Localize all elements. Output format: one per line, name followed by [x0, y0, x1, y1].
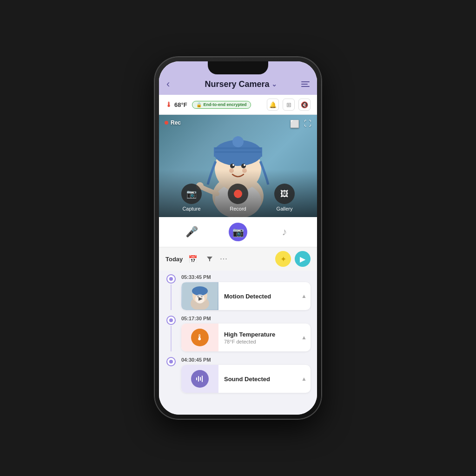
camera-mode-button[interactable]: 📷 [229, 223, 247, 241]
rectangle-view-button[interactable]: ⬜ [290, 119, 299, 128]
thumb-bg [181, 282, 218, 310]
svg-rect-27 [202, 376, 203, 382]
svg-rect-6 [215, 151, 261, 153]
lock-icon: 🔒 [196, 102, 202, 107]
status-bar: 🌡 68°F 🔒 End-to-end encrypted 🔔 ⊞ 🔇 [159, 95, 317, 115]
motion-time: 05:33:45 PM [181, 274, 311, 280]
timeline-content-motion: 05:33:45 PM [181, 274, 311, 310]
sound-wave-icon [195, 374, 205, 383]
temp-expand-button[interactable]: ▲ [298, 334, 311, 341]
record-action[interactable]: Record [228, 184, 248, 212]
grid-icon-button[interactable]: ⊞ [283, 99, 295, 111]
motion-event-info: Motion Detected [218, 289, 298, 304]
today-label: Today [165, 256, 183, 263]
motion-expand-button[interactable]: ▲ [298, 293, 311, 299]
camera-view: Rec ⬜ ⛶ 📷 Capture [159, 115, 317, 217]
gallery-action[interactable]: 🖼 Gallery [274, 184, 295, 212]
calendar-filter-button[interactable]: 📅 [186, 252, 199, 265]
sound-icon-box [181, 365, 218, 393]
sound-event-card[interactable]: Sound Detected ▲ [181, 365, 311, 393]
temp-event-card[interactable]: 🌡 High Temperature 78°F detected ▲ [181, 324, 311, 351]
timeline-item-temp: 05:17:30 PM 🌡 High Temperature 78°F dete… [165, 316, 311, 351]
status-icons: 🔔 ⊞ 🔇 [267, 99, 311, 111]
capture-button[interactable]: 📷 [181, 184, 202, 204]
settings-line-2 [301, 84, 308, 85]
encryption-badge: 🔒 End-to-end encrypted [192, 101, 251, 109]
filter-toggles: ✦ ▶ [275, 251, 311, 267]
gallery-label: Gallery [277, 206, 293, 212]
camera-top-controls: ⬜ ⛶ [290, 119, 311, 128]
svg-marker-15 [207, 257, 212, 261]
music-button[interactable]: ♪ [275, 223, 294, 241]
temp-icon-box: 🌡 [181, 324, 218, 351]
phone-screen: ‹ Nursery Camera ⌄ 🌡 68°F 🔒 [159, 61, 317, 415]
sound-time: 04:30:45 PM [181, 357, 311, 363]
svg-point-7 [232, 136, 244, 147]
timeline-left-motion [165, 274, 177, 310]
dot-inner-motion [169, 277, 173, 281]
timeline-dot-sound [166, 357, 176, 366]
timeline-line-motion [171, 284, 172, 310]
camera-title: Nursery Camera [205, 79, 269, 89]
camera-mode-icon: 📷 [232, 226, 244, 238]
encrypt-label: End-to-end encrypted [204, 102, 247, 107]
motion-thumbnail [181, 282, 218, 310]
timeline-left-sound [165, 357, 177, 393]
dot-inner-temp [169, 318, 173, 322]
volume-icon-button[interactable]: 🔇 [298, 99, 311, 111]
settings-button[interactable] [301, 81, 310, 87]
record-button[interactable] [228, 184, 248, 204]
capture-label: Capture [182, 206, 200, 212]
main-toolbar: 🎤 📷 ♪ [159, 217, 317, 247]
fullscreen-button[interactable]: ⛶ [304, 119, 311, 128]
music-icon: ♪ [282, 226, 287, 238]
record-label: Record [230, 206, 246, 212]
motion-filter-toggle[interactable]: ▶ [295, 251, 311, 267]
timeline-dot-motion [166, 274, 176, 284]
microphone-button[interactable]: 🎤 [182, 223, 201, 241]
microphone-icon: 🎤 [185, 226, 198, 238]
temp-circle: 🌡 [191, 329, 209, 346]
camera-actions-overlay: 📷 Capture Record 🖼 Galle [159, 170, 317, 217]
sound-event-info: Sound Detected [218, 372, 298, 386]
capture-action[interactable]: 📷 Capture [181, 184, 202, 212]
filter-button[interactable] [203, 252, 216, 265]
bell-icon-button[interactable]: 🔔 [267, 99, 279, 111]
timeline-item-motion: 05:33:45 PM [165, 274, 311, 310]
temperature-value: 68°F [174, 101, 187, 108]
back-button[interactable]: ‹ [166, 78, 180, 90]
temp-title: High Temperature [224, 331, 292, 338]
more-options-button[interactable]: ··· [220, 255, 227, 263]
camera-capture-icon: 📷 [186, 189, 197, 199]
temperature-info: 🌡 68°F [165, 101, 187, 108]
temp-event-info: High Temperature 78°F detected [218, 327, 298, 348]
rec-badge: Rec [165, 119, 181, 126]
title-chevron[interactable]: ⌄ [271, 80, 277, 88]
sound-expand-button[interactable]: ▲ [298, 376, 311, 382]
timeline-left-temp [165, 316, 177, 351]
settings-line-1 [301, 81, 310, 82]
funnel-icon [206, 256, 213, 262]
svg-point-12 [232, 164, 234, 166]
thumbnail-baby [182, 283, 218, 310]
sun-filter-toggle[interactable]: ✦ [275, 251, 291, 267]
timeline: 05:33:45 PM [159, 271, 317, 415]
timeline-line-temp [171, 326, 172, 351]
header-title-group: Nursery Camera ⌄ [205, 79, 277, 89]
phone-frame: ‹ Nursery Camera ⌄ 🌡 68°F 🔒 [154, 57, 322, 419]
svg-rect-24 [196, 377, 197, 380]
motion-event-card[interactable]: Motion Detected ▲ [181, 282, 311, 310]
svg-rect-26 [200, 377, 201, 381]
timeline-dot-temp [166, 316, 176, 325]
filter-bar: Today 📅 ··· ✦ ▶ [159, 247, 317, 271]
dot-inner-sound [169, 360, 173, 364]
timeline-content-temp: 05:17:30 PM 🌡 High Temperature 78°F dete… [181, 316, 311, 351]
temp-subtitle: 78°F detected [224, 339, 292, 344]
thermometer-icon: 🌡 [165, 101, 172, 108]
gallery-icon: 🖼 [280, 189, 289, 199]
notch [208, 61, 268, 74]
gallery-button[interactable]: 🖼 [274, 184, 295, 204]
settings-line-3 [301, 86, 310, 87]
svg-rect-5 [215, 147, 261, 149]
record-dot [234, 190, 242, 198]
